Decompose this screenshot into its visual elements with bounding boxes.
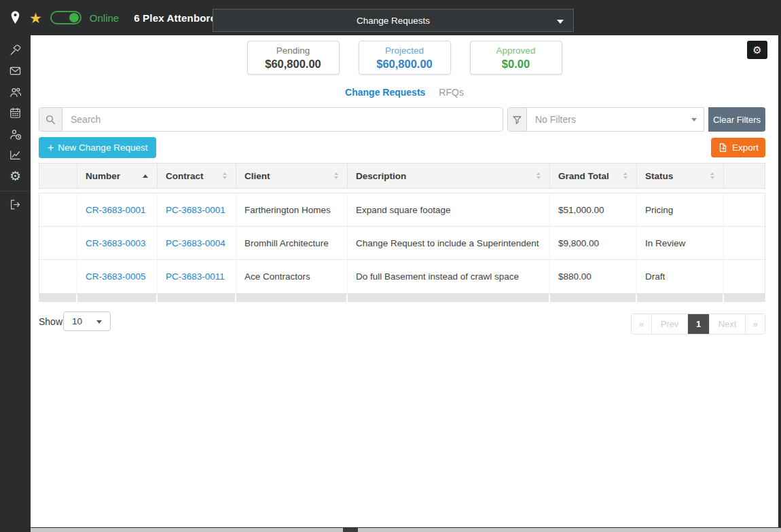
client-cell: Bromhill Architecture (236, 227, 347, 259)
status-cell: Draft (636, 260, 723, 293)
sidebar-item-calendar[interactable] (0, 102, 31, 124)
page-size-select[interactable]: 10 (63, 311, 111, 331)
approved-label: Approved (496, 45, 536, 57)
horizontal-scrollbar-track[interactable] (31, 528, 781, 532)
column-label: Client (244, 171, 270, 181)
header-cell-empty (39, 164, 77, 188)
header-cell-status[interactable]: Status (636, 164, 723, 188)
pagination-first-button[interactable]: « (632, 314, 651, 334)
online-toggle[interactable] (50, 11, 81, 24)
pending-value: $60,800.00 (265, 57, 321, 71)
description-cell: Expand square footage (347, 193, 549, 226)
sidebar-item-settings[interactable]: ⚙ (0, 166, 31, 187)
envelope-icon (9, 64, 22, 77)
projected-label: Projected (385, 45, 424, 57)
search-input[interactable] (62, 108, 503, 131)
users-group-icon (9, 86, 22, 99)
table-row: CR-3683-0005 PC-3683-0011 Ace Contractor… (39, 260, 765, 293)
approved-total-card: Approved $0.00 (470, 41, 562, 75)
sort-icon (623, 172, 628, 179)
funnel-icon (512, 115, 522, 125)
main-content: ⚙ Pending $60,800.00 Projected $60,800.0… (31, 35, 778, 527)
favorite-star-icon[interactable]: ★ (29, 11, 42, 25)
search-icon-segment (39, 108, 62, 131)
horizontal-scrollbar-thumb[interactable] (343, 528, 358, 532)
new-change-request-label: New Change Request (58, 142, 147, 153)
header-cell-grand-total[interactable]: Grand Total (549, 164, 636, 188)
summary-cards: Pending $60,800.00 Projected $60,800.00 … (31, 41, 778, 75)
sort-icon (537, 172, 541, 179)
page-selector-value: Change Requests (357, 16, 430, 26)
tab-rfqs[interactable]: RFQs (439, 87, 464, 98)
number-cell: CR-3683-0005 (77, 260, 157, 293)
logout-icon (9, 198, 22, 211)
filters-dropdown[interactable]: No Filters (527, 108, 704, 131)
row-select-cell (39, 193, 77, 226)
grand-total-cell: $880.00 (549, 260, 636, 293)
footer-cell (549, 294, 636, 302)
page-selector-dropdown[interactable]: Change Requests (213, 9, 574, 32)
actions-cell (723, 227, 766, 259)
chevron-down-icon (96, 320, 102, 324)
header-cell-number[interactable]: Number (77, 164, 157, 188)
chevron-down-icon (691, 118, 697, 121)
status-cell: In Review (636, 227, 723, 259)
sidebar-item-reports[interactable] (0, 145, 31, 166)
change-request-link[interactable]: CR-3683-0003 (86, 238, 146, 248)
location-pin-icon[interactable] (10, 10, 21, 25)
actions-cell (723, 193, 766, 226)
sort-asc-icon (143, 174, 148, 178)
contract-cell: PC-3683-0001 (157, 193, 236, 226)
pending-label: Pending (276, 45, 310, 57)
column-label: Description (356, 171, 406, 181)
pagination-prev-button[interactable]: Prev (651, 314, 687, 334)
new-change-request-button[interactable]: + New Change Request (39, 137, 156, 158)
sidebar-item-messages[interactable] (0, 60, 31, 81)
header-cell-client[interactable]: Client (236, 164, 347, 188)
sidebar-item-team[interactable] (0, 81, 31, 102)
show-label: Show (39, 316, 62, 327)
tab-change-requests[interactable]: Change Requests (345, 87, 425, 98)
description-cell: Do full Basement instead of crawl space (347, 260, 549, 293)
pagination-last-button[interactable]: » (745, 314, 765, 334)
pagination-page-1-button[interactable]: 1 (687, 314, 709, 334)
sidebar-item-logout[interactable] (0, 194, 31, 215)
view-tabs: Change Requests RFQs (31, 87, 778, 98)
footer-cell (156, 294, 235, 302)
row-select-cell (39, 260, 77, 293)
sidebar-item-jobs[interactable] (0, 39, 31, 60)
number-cell: CR-3683-0001 (77, 193, 157, 226)
change-request-link[interactable]: CR-3683-0001 (86, 205, 146, 215)
hammer-icon (9, 43, 22, 56)
contract-link[interactable]: PC-3683-0004 (166, 238, 225, 248)
clear-filters-button[interactable]: Clear Filters (708, 107, 765, 132)
calendar-icon (9, 107, 22, 119)
contract-link[interactable]: PC-3683-0001 (166, 205, 225, 215)
export-file-icon (718, 142, 728, 153)
pending-total-card: Pending $60,800.00 (247, 41, 340, 75)
user-clock-icon (9, 128, 22, 141)
footer-cell (723, 294, 765, 302)
top-bar: ★ Online 6 Plex Attenboro... Change Requ… (0, 0, 781, 35)
footer-cell (235, 294, 346, 302)
change-request-link[interactable]: CR-3683-0005 (86, 271, 146, 282)
contract-cell: PC-3683-0011 (157, 260, 236, 293)
sidebar-item-time-clock[interactable] (0, 124, 31, 145)
column-label: Contract (166, 171, 204, 181)
project-title: 6 Plex Attenboro... (134, 12, 225, 24)
header-cell-description[interactable]: Description (347, 164, 549, 188)
grand-total-cell: $51,000.00 (549, 193, 636, 226)
page-size-value: 10 (72, 316, 82, 326)
table-row: CR-3683-0003 PC-3683-0004 Bromhill Archi… (39, 227, 765, 260)
client-cell: Ace Contractors (236, 260, 347, 293)
number-cell: CR-3683-0003 (77, 227, 157, 259)
contract-link[interactable]: PC-3683-0011 (166, 271, 225, 282)
header-cell-contract[interactable]: Contract (157, 164, 236, 188)
export-button[interactable]: Export (711, 138, 765, 157)
gear-icon: ⚙ (10, 170, 21, 183)
pagination-next-button[interactable]: Next (709, 314, 745, 334)
filter-icon-segment (508, 108, 527, 131)
projected-value: $60,800.00 (376, 57, 433, 71)
table-body: CR-3683-0001 PC-3683-0001 Fartherington … (39, 193, 765, 294)
footer-cell (39, 294, 76, 302)
